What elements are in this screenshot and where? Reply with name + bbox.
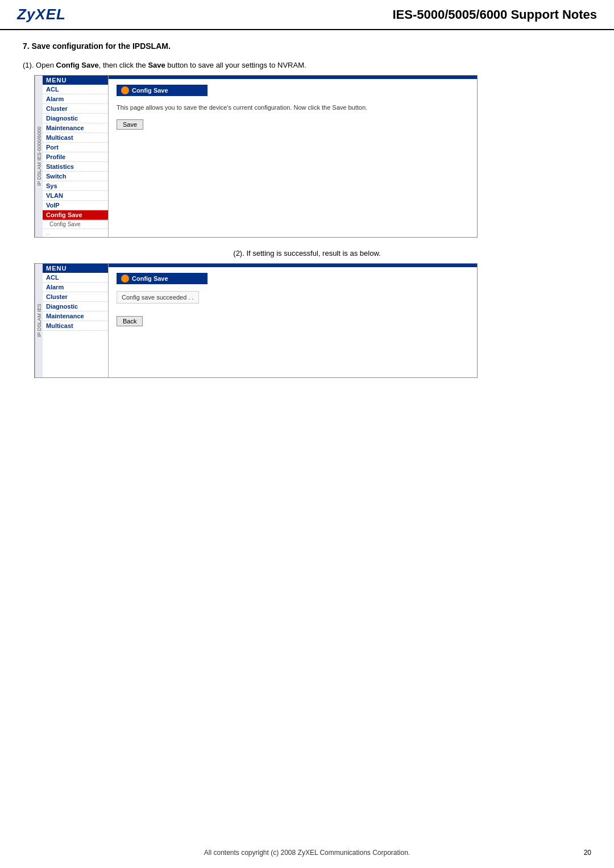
panel2-menu-item-diagnostic[interactable]: Diagnostic: [43, 302, 108, 312]
panel2-menu-item-maintenance[interactable]: Maintenance: [43, 312, 108, 321]
menu-item-acl[interactable]: ACL: [43, 85, 108, 94]
panel2-menu-header: MENU: [43, 264, 108, 273]
menu-item-diagnostic[interactable]: Diagnostic: [43, 114, 108, 123]
zyxel-logo: ZyXEL: [17, 6, 66, 23]
step1-text-mid: , then click the: [99, 61, 148, 69]
menu-item-scroll: ...: [43, 229, 108, 237]
menu-item-maintenance[interactable]: Maintenance: [43, 123, 108, 133]
panel1-main: Config Save This page allows you to save…: [109, 76, 477, 237]
success-message: Config save succeeded . .: [117, 291, 199, 304]
step1-instruction: (1). Open Config Save, then click the Sa…: [23, 61, 591, 69]
panel2-config-save-label: Config Save: [132, 275, 168, 282]
menu-item-sys[interactable]: Sys: [43, 181, 108, 191]
panel1-screenshot: IP DSLAM IES-5000/6000 MENU ACL Alarm Cl…: [34, 75, 478, 238]
menu-item-alarm[interactable]: Alarm: [43, 94, 108, 104]
back-button[interactable]: Back: [117, 316, 143, 326]
menu-item-voip[interactable]: VoIP: [43, 201, 108, 210]
config-save-icon: [121, 86, 129, 94]
header: ZyXEL IES-5000/5005/6000 Support Notes: [0, 0, 614, 30]
panel1-content: Config Save This page allows you to save…: [109, 79, 477, 135]
menu-item-config-save-active[interactable]: Config Save: [43, 210, 108, 220]
step1-bold1: Config Save: [56, 61, 99, 69]
panel2-menu-item-multicast[interactable]: Multicast: [43, 321, 108, 331]
panel2-config-save-icon: [121, 275, 129, 283]
panel1-sidebar: IP DSLAM IES-5000/6000 MENU ACL Alarm Cl…: [35, 76, 109, 237]
step1-bold2: Save: [148, 61, 165, 69]
panel2-menu-list: ACL Alarm Cluster Diagnostic Maintenance…: [43, 273, 108, 331]
page-number: 20: [584, 849, 591, 857]
panel2-sidebar-rotated-label: IP DSLAM IES: [35, 264, 43, 377]
success-text: Config save succeeded . .: [117, 291, 469, 309]
panel1-menu-list: ACL Alarm Cluster Diagnostic Maintenance…: [43, 85, 108, 237]
panel2-sidebar: IP DSLAM IES MENU ACL Alarm Cluster Diag…: [35, 264, 109, 377]
step1-text-pre: (1). Open: [23, 61, 56, 69]
panel1-config-save-label: Config Save: [132, 87, 168, 94]
panel2-menu-item-alarm[interactable]: Alarm: [43, 283, 108, 292]
menu-item-vlan[interactable]: VLAN: [43, 191, 108, 201]
menu-item-multicast[interactable]: Multicast: [43, 133, 108, 143]
step1-text-post: button to save all your settings to NVRA…: [165, 61, 306, 69]
menu-item-cluster[interactable]: Cluster: [43, 104, 108, 114]
step2-text: (2). If setting is successful, result is…: [233, 249, 380, 258]
panel2-content: Config Save Config save succeeded . . Ba…: [109, 267, 477, 332]
panel2-menu-item-acl[interactable]: ACL: [43, 273, 108, 283]
page-title: IES-5000/5005/6000 Support Notes: [66, 7, 597, 22]
menu-item-switch[interactable]: Switch: [43, 172, 108, 181]
panel1-config-save-bar: Config Save: [117, 85, 208, 96]
panel2-menu-item-cluster[interactable]: Cluster: [43, 292, 108, 302]
step2-instruction: (2). If setting is successful, result is…: [23, 249, 591, 258]
panel2-screenshot: IP DSLAM IES MENU ACL Alarm Cluster Diag…: [34, 263, 478, 378]
menu-item-profile[interactable]: Profile: [43, 152, 108, 162]
panel2-main: Config Save Config save succeeded . . Ba…: [109, 264, 477, 377]
panel1-menu-header: MENU: [43, 76, 108, 85]
panel2-config-save-bar: Config Save: [117, 273, 208, 284]
menu-item-config-save-sub[interactable]: Config Save: [43, 220, 108, 229]
main-content: 7. Save configuration for the IPDSLAM. (…: [0, 36, 614, 395]
menu-item-port[interactable]: Port: [43, 143, 108, 152]
menu-item-statistics[interactable]: Statistics: [43, 162, 108, 172]
panel1-sidebar-rotated-label: IP DSLAM IES-5000/6000: [35, 76, 43, 237]
panel1-desc: This page allows you to save the device'…: [117, 103, 469, 113]
footer-copyright: All contents copyright (c) 2008 ZyXEL Co…: [0, 849, 614, 857]
section-heading: 7. Save configuration for the IPDSLAM.: [23, 41, 591, 51]
save-button[interactable]: Save: [117, 119, 143, 130]
